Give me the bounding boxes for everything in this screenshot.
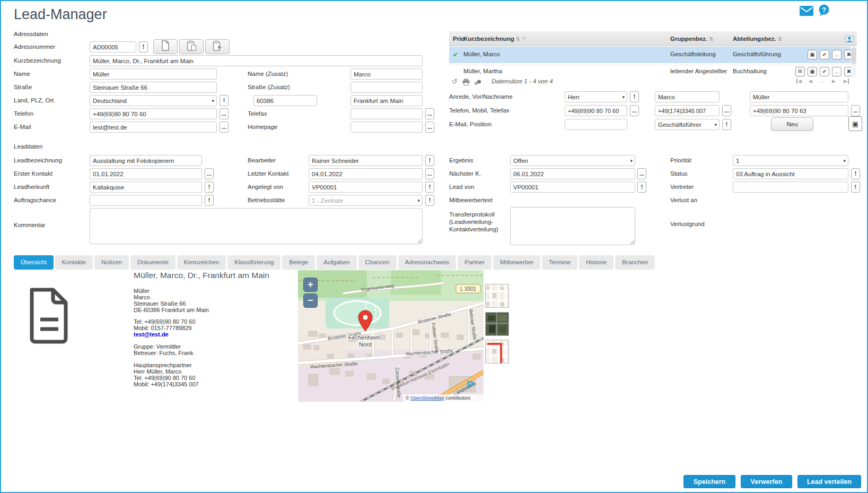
- more-icon-button[interactable]: ...: [832, 50, 841, 59]
- help-icon[interactable]: ?: [818, 4, 830, 19]
- grid-scrollbar-thumb[interactable]: [851, 47, 856, 64]
- clipboard-icon-button[interactable]: ▣: [808, 67, 817, 76]
- contact-telefon-more-button[interactable]: ...: [630, 105, 639, 116]
- column-abteilungsbez[interactable]: Abteilungsbez.⇅: [733, 31, 782, 46]
- tab-uebersicht[interactable]: Übersicht: [14, 255, 54, 270]
- email-more-button[interactable]: ...: [220, 122, 229, 133]
- nachname-input[interactable]: [750, 91, 848, 102]
- contact-telefax-more-button[interactable]: ...: [851, 105, 860, 116]
- plz-input[interactable]: [253, 95, 317, 106]
- strasse-input[interactable]: [90, 82, 217, 93]
- lead-von-input[interactable]: [510, 181, 635, 193]
- bearbeiter-input[interactable]: [309, 155, 423, 166]
- contact-mobil-more-button[interactable]: ...: [722, 105, 731, 116]
- tab-notizen[interactable]: Notizen: [94, 255, 129, 270]
- new-document-button[interactable]: [153, 39, 178, 54]
- homepage-more-button[interactable]: ...: [425, 122, 434, 133]
- clipboard-icon-button[interactable]: ▣: [808, 50, 817, 59]
- column-gruppenbez[interactable]: Gruppenbez.⇅: [670, 31, 714, 46]
- land-select[interactable]: Deutschland ▾: [90, 95, 217, 106]
- telefax-more-button[interactable]: ...: [425, 108, 434, 119]
- telefax-input[interactable]: [350, 108, 423, 119]
- angelegt-von-required-button[interactable]: !: [425, 181, 434, 193]
- telefon-more-button[interactable]: ...: [220, 108, 229, 119]
- overview-email-link[interactable]: test@test.de: [134, 331, 169, 338]
- naechster-kontakt-input[interactable]: [510, 168, 635, 179]
- contact-telefax-input[interactable]: [750, 105, 848, 116]
- position-required-button[interactable]: !: [722, 119, 731, 130]
- leadherkunft-input[interactable]: [90, 181, 202, 193]
- sort-icon[interactable]: ⇅: [516, 36, 520, 42]
- prioritaet-select[interactable]: 1 ▾: [733, 155, 848, 166]
- map-zoom-out-button[interactable]: −: [303, 293, 318, 308]
- filter-icon[interactable]: ▽: [522, 36, 525, 41]
- status-required-button[interactable]: !: [851, 168, 860, 179]
- lead-von-required-button[interactable]: !: [637, 181, 646, 193]
- strasse-zusatz-input[interactable]: [350, 82, 423, 93]
- route-thumbnail[interactable]: [485, 340, 509, 364]
- contact-row[interactable]: Müller, Martha leitender Angestellter Bu…: [449, 65, 851, 77]
- tab-dokumente[interactable]: Dokumente: [130, 255, 176, 270]
- auftragschance-input[interactable]: [90, 195, 202, 206]
- check-icon-button[interactable]: ✔: [820, 50, 829, 59]
- anrede-select[interactable]: Herr ▾: [565, 91, 627, 102]
- first-page-icon[interactable]: ◀: [796, 79, 802, 84]
- link-contacts-icon[interactable]: [474, 79, 481, 87]
- ergebnis-select[interactable]: Offen ▾: [510, 155, 635, 166]
- lead-verteilen-button[interactable]: Lead verteilen: [797, 475, 861, 488]
- kurzbezeichnung-input[interactable]: [90, 55, 423, 66]
- previous-page-icon[interactable]: ◀: [809, 79, 812, 84]
- contact-telefon-input[interactable]: [565, 105, 627, 116]
- map-zoom-in-button[interactable]: +: [303, 278, 318, 292]
- name-zusatz-input[interactable]: [350, 68, 423, 80]
- leadbezeichnung-input[interactable]: [90, 155, 202, 166]
- letzter-kontakt-more-button[interactable]: ...: [425, 168, 434, 179]
- email-input[interactable]: [90, 122, 217, 133]
- refresh-icon[interactable]: ↺: [452, 78, 458, 85]
- transferprotokoll-textarea[interactable]: [510, 207, 635, 245]
- status-input[interactable]: [733, 168, 848, 179]
- letzter-kontakt-input[interactable]: [309, 168, 423, 179]
- contact-mobil-input[interactable]: [655, 105, 720, 116]
- check-icon-button[interactable]: ✔: [820, 67, 829, 76]
- openstreetmap-link[interactable]: OpenStreetMap: [410, 395, 444, 401]
- tab-kontakte[interactable]: Kontakte: [55, 255, 93, 270]
- adressnummer-input[interactable]: [90, 41, 136, 53]
- tab-branchen[interactable]: Branchen: [615, 255, 655, 270]
- tab-belege[interactable]: Belege: [282, 255, 315, 270]
- auftragschance-required-button[interactable]: !: [205, 195, 214, 206]
- tab-historie[interactable]: Historie: [579, 255, 613, 270]
- paste-from-clipboard-button[interactable]: [205, 39, 230, 54]
- neu-button[interactable]: Neu: [771, 117, 813, 131]
- mail-icon[interactable]: [800, 6, 813, 18]
- tab-chancen[interactable]: Chancen: [358, 255, 397, 270]
- betriebsstaette-select[interactable]: 1 - Zentrale ▾: [309, 195, 423, 206]
- ort-input[interactable]: [350, 95, 423, 106]
- envelope-icon-button[interactable]: ✉: [795, 67, 805, 76]
- next-page-icon[interactable]: ▶: [832, 79, 836, 84]
- tab-mitbewerber[interactable]: Mitbewerber: [493, 255, 540, 270]
- contact-row-selected[interactable]: ✔ Müller, Marco Geschäftsleitung Geschäf…: [449, 47, 851, 63]
- naechster-kontakt-more-button[interactable]: ...: [637, 168, 646, 179]
- map-image[interactable]: Vogelwartenweg Birsteiner Straße Birstei…: [298, 270, 484, 402]
- angelegt-von-input[interactable]: [309, 181, 423, 193]
- print-icon[interactable]: [462, 79, 470, 87]
- last-page-icon[interactable]: ▶: [844, 79, 849, 84]
- satellite-thumbnail[interactable]: [485, 312, 509, 336]
- betriebsstaette-required-button[interactable]: !: [425, 195, 434, 206]
- column-kurzbezeichnung[interactable]: Kurzbezeichnung ⇅ ▽: [463, 31, 525, 46]
- vorname-input[interactable]: [655, 91, 720, 102]
- tab-kennzeichen[interactable]: Kennzeichen: [177, 255, 226, 270]
- sort-icon[interactable]: ⇅: [709, 36, 713, 42]
- speichern-button[interactable]: Speichern: [683, 475, 735, 488]
- contact-email-input[interactable]: [565, 119, 627, 130]
- vertreter-input[interactable]: [733, 181, 848, 193]
- homepage-input[interactable]: [350, 122, 423, 133]
- erster-kontakt-input[interactable]: [90, 168, 202, 179]
- tab-klassifizierung[interactable]: Klassifizierung: [227, 255, 280, 270]
- more-icon-button[interactable]: ...: [832, 67, 841, 76]
- map-thumbnail[interactable]: [485, 284, 509, 308]
- vertreter-required-button[interactable]: !: [851, 181, 860, 193]
- contact-card-icon[interactable]: [845, 35, 854, 45]
- tab-adressnachweis[interactable]: Adressnachweis: [398, 255, 457, 270]
